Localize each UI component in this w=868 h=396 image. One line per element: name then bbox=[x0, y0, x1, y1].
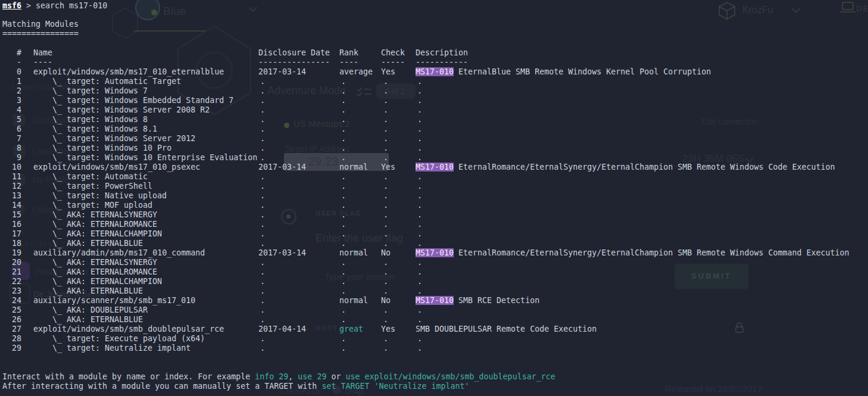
module-name: auxiliary/admin/smb/ms17_010_command bbox=[33, 248, 205, 258]
column-header: Check bbox=[381, 48, 405, 58]
module-name: \_ target: Windows Server 2008 R2 bbox=[52, 105, 210, 115]
row-index: 8 bbox=[2, 144, 21, 153]
continuation-dot: . bbox=[417, 124, 422, 134]
continuation-dot: . bbox=[260, 105, 265, 115]
module-name: exploit/windows/smb/ms17_010_eternalblue bbox=[33, 67, 224, 77]
continuation-dot: . bbox=[341, 305, 346, 315]
module-name: \_ AKA: ETERNALBLUE bbox=[52, 286, 143, 296]
terminal[interactable]: msf6 > search ms17-010 Matching Modules … bbox=[0, 0, 868, 396]
continuation-dot: . bbox=[383, 105, 388, 115]
row-index: 3 bbox=[2, 96, 21, 105]
description: MS17-010 EternalBlue SMB Remote Windows … bbox=[416, 67, 711, 77]
row-index: 16 bbox=[2, 220, 21, 229]
hint-text: Interact with a module by name or index.… bbox=[2, 372, 555, 382]
module-name: \_ AKA: ETERNALROMANCE bbox=[52, 267, 157, 277]
continuation-dot: . bbox=[417, 305, 422, 315]
continuation-dot: . bbox=[417, 105, 422, 115]
table-row: 18\_ AKA: ETERNALBLUE.... bbox=[0, 239, 868, 248]
module-name: \_ target: Windows 10 Pro bbox=[52, 144, 171, 153]
row-index: 20 bbox=[2, 258, 21, 267]
check: Yes bbox=[381, 325, 395, 334]
continuation-dot: . bbox=[260, 96, 265, 105]
continuation-dot: . bbox=[417, 172, 422, 182]
table-row: 26\_ AKA: ETERNALBLUE.... bbox=[0, 315, 868, 325]
row-index: 22 bbox=[2, 277, 21, 286]
module-name: \_ AKA: ETERNALSYNERGY bbox=[52, 258, 157, 267]
continuation-dot: . bbox=[417, 344, 422, 353]
continuation-dot: . bbox=[341, 77, 346, 86]
rank: normal bbox=[339, 163, 368, 172]
table-row: 22\_ AKA: ETERNALCHAMPION.... bbox=[0, 277, 868, 286]
column-underline: ----------- bbox=[416, 58, 468, 67]
continuation-dot: . bbox=[260, 191, 265, 201]
continuation-dot: . bbox=[341, 172, 346, 182]
prompt-separator: > bbox=[21, 1, 36, 10]
row-index: 12 bbox=[2, 182, 21, 191]
hint-segment: or bbox=[326, 372, 345, 381]
continuation-dot: . bbox=[260, 258, 265, 267]
table-row: 13\_ target: Native upload.... bbox=[0, 191, 868, 201]
table-row: 23\_ AKA: ETERNALBLUE.... bbox=[0, 286, 868, 296]
rank: great bbox=[339, 325, 363, 334]
table-header-underline: ---------------------------------------- bbox=[0, 58, 868, 67]
row-index: 24 bbox=[2, 296, 21, 305]
table-row: 2\_ target: Windows 7.... bbox=[0, 86, 868, 96]
ms17-010-highlight: MS17-010 bbox=[416, 248, 454, 257]
continuation-dot: . bbox=[260, 267, 265, 277]
column-underline: ---- bbox=[33, 58, 52, 67]
continuation-dot: . bbox=[341, 124, 346, 134]
continuation-dot: . bbox=[383, 172, 388, 182]
continuation-dot: . bbox=[260, 144, 265, 153]
continuation-dot: . bbox=[260, 201, 265, 210]
continuation-dot: . bbox=[341, 210, 346, 220]
module-name: \_ target: Automatic bbox=[52, 172, 148, 182]
table-row: 16\_ AKA: ETERNALROMANCE.... bbox=[0, 220, 868, 229]
continuation-dot: . bbox=[341, 229, 346, 239]
command-highlight: info 29 bbox=[255, 372, 288, 381]
section-title-line: Matching Modules bbox=[0, 20, 868, 29]
command-highlight: use exploit/windows/smb/smb_doublepulsar… bbox=[345, 372, 555, 381]
continuation-dot: . bbox=[383, 286, 388, 296]
table-row: 25\_ AKA: DOUBLEPULSAR.... bbox=[0, 305, 868, 315]
continuation-dot: . bbox=[341, 144, 346, 153]
column-header: Disclosure Date bbox=[258, 48, 330, 58]
continuation-dot: . bbox=[417, 267, 422, 277]
row-index: 11 bbox=[2, 172, 21, 182]
module-name: \_ target: Execute payload (x64) bbox=[52, 334, 205, 344]
row-index: 19 bbox=[2, 248, 21, 258]
check: No bbox=[381, 248, 391, 258]
row-index: 27 bbox=[2, 325, 21, 334]
table-row: 0exploit/windows/smb/ms17_010_eternalblu… bbox=[0, 67, 868, 77]
check: Yes bbox=[381, 163, 395, 172]
table-row: 11\_ target: Automatic.... bbox=[0, 172, 868, 182]
disclosure-date: 2017-03-14 bbox=[258, 67, 306, 77]
table-row: 20\_ AKA: ETERNALSYNERGY.... bbox=[0, 258, 868, 267]
continuation-dot: . bbox=[260, 239, 265, 248]
continuation-dot: . bbox=[417, 229, 422, 239]
continuation-dot: . bbox=[341, 134, 346, 144]
module-name: exploit/windows/smb/ms17_010_psexec bbox=[33, 163, 200, 172]
module-name: \_ AKA: ETERNALROMANCE bbox=[52, 220, 157, 229]
ms17-010-highlight: MS17-010 bbox=[416, 67, 454, 76]
module-name: exploit/windows/smb/smb_doublepulsar_rce bbox=[33, 325, 224, 334]
description: SMB DOUBLEPULSAR Remote Code Execution bbox=[416, 325, 597, 334]
row-index: 9 bbox=[2, 153, 21, 163]
column-header: Rank bbox=[339, 48, 358, 58]
module-name: \_ AKA: DOUBLEPULSAR bbox=[52, 305, 148, 315]
check: Yes bbox=[381, 67, 395, 77]
table-row: 24auxiliary/scanner/smb/smb_ms17_010.nor… bbox=[0, 296, 868, 305]
continuation-dot: . bbox=[260, 277, 265, 286]
continuation-dot: . bbox=[260, 334, 265, 344]
ms17-010-highlight: MS17-010 bbox=[416, 296, 454, 305]
prompt-msf6: msf6 bbox=[2, 1, 21, 10]
continuation-dot: . bbox=[260, 134, 265, 144]
title-underline: ================ bbox=[2, 29, 79, 39]
module-name: \_ AKA: ETERNALBLUE bbox=[52, 239, 143, 248]
continuation-dot: . bbox=[341, 182, 346, 191]
table-header-line: #NameDisclosure DateRankCheckDescription bbox=[0, 48, 868, 58]
row-index: 14 bbox=[2, 201, 21, 210]
continuation-dot: . bbox=[417, 239, 422, 248]
continuation-dot: . bbox=[260, 315, 265, 325]
disclosure-date: 2017-03-14 bbox=[258, 163, 306, 172]
table-row: 5\_ target: Windows 8.... bbox=[0, 115, 868, 124]
